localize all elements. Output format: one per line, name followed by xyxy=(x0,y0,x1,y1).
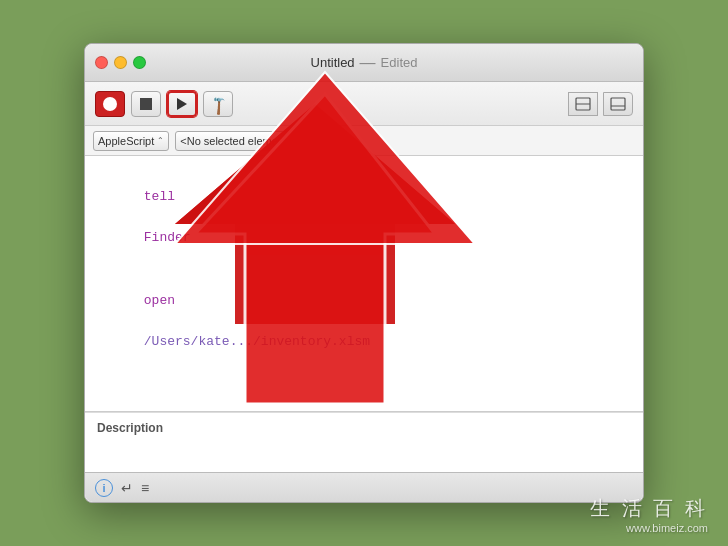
run-button[interactable] xyxy=(167,91,197,117)
code-line-2: open /Users/kate.../inventory.xlsm xyxy=(97,270,631,374)
element-selector[interactable]: <No selected element> ⌃ xyxy=(175,131,308,151)
description-pane: Description xyxy=(85,412,643,472)
code-path: /Users/kate.../inventory.xlsm xyxy=(144,334,370,349)
play-icon xyxy=(177,98,187,110)
code-editor[interactable]: tell Finder open /Users/kate.../inventor… xyxy=(85,156,643,412)
watermark-url: www.bimeiz.com xyxy=(626,522,708,534)
close-button[interactable] xyxy=(95,56,108,69)
window-status: Edited xyxy=(381,55,418,70)
minimize-pane-button[interactable] xyxy=(603,92,633,116)
info-icon: i xyxy=(102,482,105,494)
code-line-1: tell Finder xyxy=(97,166,631,270)
element-label: <No selected element> xyxy=(180,135,293,147)
watermark: 生 活 百 科 www.bimeiz.com xyxy=(590,495,708,534)
element-arrow: ⌃ xyxy=(296,136,303,145)
stop-button[interactable] xyxy=(131,91,161,117)
compile-button[interactable]: 🔨 xyxy=(203,91,233,117)
language-label: AppleScript xyxy=(98,135,154,147)
record-icon xyxy=(103,97,117,111)
svg-rect-2 xyxy=(611,98,625,110)
description-label: Description xyxy=(97,421,631,435)
window-title: Untitled xyxy=(311,55,355,70)
hammer-icon: 🔨 xyxy=(206,92,229,115)
language-arrow: ⌃ xyxy=(157,136,164,145)
code-open: open xyxy=(144,293,175,308)
stop-icon xyxy=(140,98,152,110)
record-button[interactable] xyxy=(95,91,125,117)
split-view-icon xyxy=(575,97,591,111)
info-button[interactable]: i xyxy=(95,479,113,497)
title-separator: — xyxy=(360,54,376,72)
pane-icon xyxy=(610,97,626,111)
selector-bar: AppleScript ⌃ <No selected element> ⌃ xyxy=(85,126,643,156)
minimize-button[interactable] xyxy=(114,56,127,69)
return-icon: ↵ xyxy=(121,480,133,496)
maximize-button[interactable] xyxy=(133,56,146,69)
list-icon: ≡ xyxy=(141,480,149,496)
language-selector[interactable]: AppleScript ⌃ xyxy=(93,131,169,151)
code-keyword-tell: tell xyxy=(144,189,175,204)
split-view-button[interactable] xyxy=(568,92,598,116)
window-controls xyxy=(95,56,146,69)
toolbar: 🔨 xyxy=(85,82,643,126)
watermark-chinese: 生 活 百 科 xyxy=(590,495,708,522)
status-bar: i ↵ ≡ xyxy=(85,472,643,502)
title-bar: Untitled — Edited xyxy=(85,44,643,82)
code-finder: Finder xyxy=(144,230,191,245)
